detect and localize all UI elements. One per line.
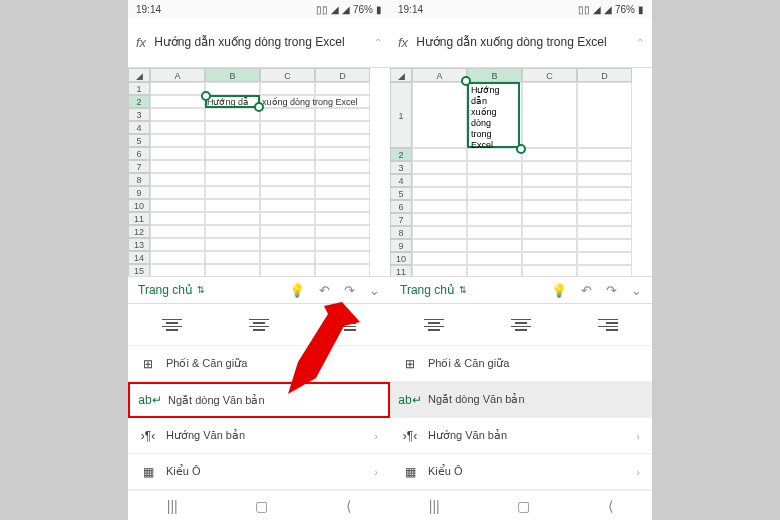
chevron-down-icon[interactable]: ⌄ <box>369 283 380 298</box>
cell-B1-wrapped[interactable]: Hướng dẫn xuống dòng trong Excel <box>467 82 520 148</box>
style-icon: ▦ <box>402 464 418 480</box>
formula-text: Hướng dẫn xuống dòng trong Excel <box>416 35 628 51</box>
tab-home[interactable]: Trang chủ ⇅ <box>400 283 467 297</box>
chevron-up-icon[interactable]: ⌃ <box>374 37 382 48</box>
col-B[interactable]: B <box>205 68 260 82</box>
undo-icon[interactable]: ↶ <box>319 283 330 298</box>
undo-icon[interactable]: ↶ <box>581 283 592 298</box>
status-icons: ▯▯ ◢ ◢76%▮ <box>578 4 644 15</box>
direction-icon: ›¶‹ <box>402 428 418 444</box>
spreadsheet[interactable]: ◢ A B C D 1 2 3 4 5 6 7 8 9 10 11 12 13 … <box>128 68 390 276</box>
status-time: 19:14 <box>398 4 423 15</box>
android-nav: ||| ▢ ⟨ <box>128 490 390 520</box>
corner-cell[interactable]: ◢ <box>390 68 412 82</box>
redo-icon[interactable]: ↷ <box>606 283 617 298</box>
chevron-right-icon: › <box>374 430 378 442</box>
wrap-text-option[interactable]: ab↵ Ngắt dòng Văn bản <box>390 382 652 418</box>
chevron-right-icon: › <box>374 466 378 478</box>
fx-icon: fx <box>398 35 408 50</box>
wrap-icon: ab↵ <box>402 392 418 408</box>
phone-before: 19:14 ▯▯ ◢ ◢76%▮ fx Hướng dẫn xuống dòng… <box>128 0 390 520</box>
text-direction-option[interactable]: ›¶‹ Hướng Văn bản › <box>390 418 652 454</box>
alignment-row <box>390 304 652 346</box>
corner-cell[interactable]: ◢ <box>128 68 150 82</box>
recent-button[interactable]: ||| <box>167 498 178 514</box>
merge-center-option[interactable]: ⊞ Phối & Căn giữa <box>390 346 652 382</box>
align-center-button[interactable] <box>240 311 278 339</box>
row-1[interactable]: 1 <box>128 82 150 95</box>
lightbulb-icon[interactable]: 💡 <box>289 283 305 298</box>
direction-icon: ›¶‹ <box>140 428 156 444</box>
cell-text-left: Hướng dẫ <box>207 97 249 107</box>
row-2[interactable]: 2 <box>128 95 150 108</box>
col-D[interactable]: D <box>315 68 370 82</box>
chevron-up-icon[interactable]: ⌃ <box>636 37 644 48</box>
chevron-down-icon[interactable]: ⌄ <box>631 283 642 298</box>
wrap-icon: ab↵ <box>142 392 158 408</box>
cell-overflow: xuống dòng trong Excel <box>262 97 358 107</box>
recent-button[interactable]: ||| <box>429 498 440 514</box>
home-button[interactable]: ▢ <box>517 498 530 514</box>
align-right-button[interactable] <box>589 311 627 339</box>
text-direction-option[interactable]: ›¶‹ Hướng Văn bản › <box>128 418 390 454</box>
status-bar: 19:14 ▯▯ ◢ ◢76%▮ <box>128 0 390 18</box>
ribbon-tab-row: Trang chủ ⇅ 💡 ↶ ↷ ⌄ <box>128 276 390 304</box>
svg-marker-0 <box>288 302 360 394</box>
status-icons: ▯▯ ◢ ◢76%▮ <box>316 4 382 15</box>
merge-icon: ⊞ <box>402 356 418 372</box>
android-nav: ||| ▢ ⟨ <box>390 490 652 520</box>
status-time: 19:14 <box>136 4 161 15</box>
ribbon-tab-row: Trang chủ ⇅ 💡 ↶ ↷ ⌄ <box>390 276 652 304</box>
cell-style-option[interactable]: ▦ Kiểu Ô › <box>390 454 652 490</box>
formula-bar[interactable]: fx Hướng dẫn xuống dòng trong Excel ⌃ <box>390 18 652 68</box>
col-A[interactable]: A <box>412 68 467 82</box>
red-arrow-annotation <box>284 302 364 394</box>
home-button[interactable]: ▢ <box>255 498 268 514</box>
chevron-right-icon: › <box>636 430 640 442</box>
cell-style-option[interactable]: ▦ Kiểu Ô › <box>128 454 390 490</box>
tab-home[interactable]: Trang chủ ⇅ <box>138 283 205 297</box>
redo-icon[interactable]: ↷ <box>344 283 355 298</box>
style-icon: ▦ <box>140 464 156 480</box>
align-center-button[interactable] <box>502 311 540 339</box>
align-left-button[interactable] <box>415 311 453 339</box>
align-left-button[interactable] <box>153 311 191 339</box>
merge-icon: ⊞ <box>140 356 156 372</box>
col-B[interactable]: B <box>467 68 522 82</box>
col-C[interactable]: C <box>260 68 315 82</box>
back-button[interactable]: ⟨ <box>346 498 351 514</box>
back-button[interactable]: ⟨ <box>608 498 613 514</box>
lightbulb-icon[interactable]: 💡 <box>551 283 567 298</box>
fx-icon: fx <box>136 35 146 50</box>
phone-after: 19:14 ▯▯ ◢ ◢76%▮ fx Hướng dẫn xuống dòng… <box>390 0 652 520</box>
formula-text: Hướng dẫn xuống dòng trong Excel <box>154 35 366 51</box>
col-A[interactable]: A <box>150 68 205 82</box>
spreadsheet[interactable]: ◢ A B C D 1 2 3 4 5 6 7 8 9 10 11 12 Hướ… <box>390 68 652 276</box>
col-C[interactable]: C <box>522 68 577 82</box>
status-bar: 19:14 ▯▯ ◢ ◢76%▮ <box>390 0 652 18</box>
formula-bar[interactable]: fx Hướng dẫn xuống dòng trong Excel ⌃ <box>128 18 390 68</box>
chevron-right-icon: › <box>636 466 640 478</box>
col-D[interactable]: D <box>577 68 632 82</box>
